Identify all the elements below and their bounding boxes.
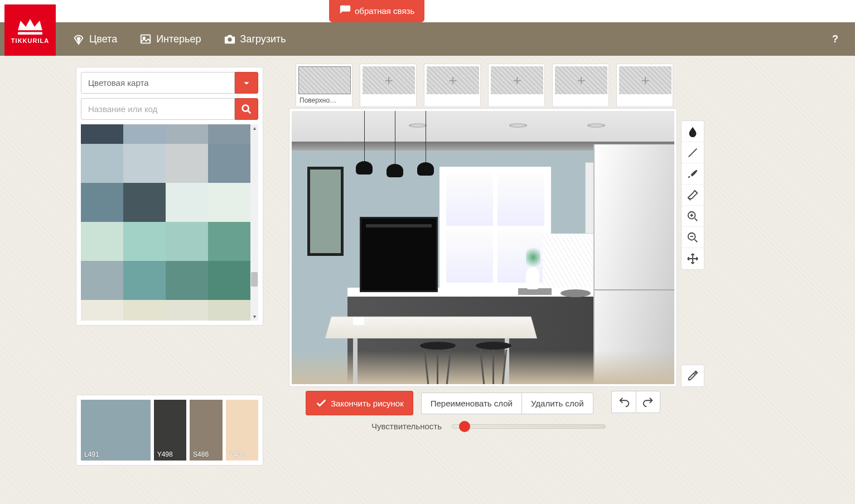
nav-interior[interactable]: Интерьер — [134, 30, 206, 49]
plus-icon: + — [619, 66, 672, 94]
plus-icon: + — [491, 66, 543, 94]
surface-slot-add-5[interactable]: + — [552, 64, 609, 107]
colormap-dropdown[interactable]: Цветовая карта — [81, 72, 235, 94]
palette-scrollbar[interactable]: ▴ ▾ — [250, 124, 258, 321]
undo-button[interactable] — [611, 391, 636, 413]
canvas-frame — [289, 108, 677, 387]
undo-redo-group — [611, 391, 660, 413]
color-swatch[interactable] — [81, 124, 123, 144]
color-swatch[interactable] — [123, 124, 166, 144]
selected-color-swatch[interactable]: Y498 — [154, 400, 186, 461]
line-tool[interactable] — [682, 142, 704, 163]
color-swatch[interactable] — [166, 222, 208, 261]
eraser-tool[interactable] — [682, 185, 704, 206]
fill-tool[interactable] — [682, 121, 704, 142]
feedback-tab[interactable]: обратная связь — [329, 0, 424, 22]
action-bar: Закончить рисунок Переименовать слой Уда… — [306, 391, 593, 415]
slider-thumb[interactable] — [459, 421, 470, 432]
color-swatch[interactable] — [208, 124, 250, 144]
selected-colors-panel: L491Y498S486Y406 — [76, 395, 263, 466]
colormap-dropdown-toggle[interactable] — [235, 72, 258, 94]
color-swatch[interactable] — [166, 261, 208, 300]
move-tool[interactable] — [682, 248, 704, 269]
nav-colors[interactable]: Цвета — [67, 30, 123, 49]
color-swatch[interactable] — [166, 183, 208, 222]
chat-icon — [339, 4, 351, 17]
paint-canvas[interactable] — [292, 111, 674, 384]
plus-icon: + — [363, 66, 415, 94]
zoom-out-tool[interactable] — [682, 227, 704, 248]
color-search-button[interactable] — [235, 98, 258, 120]
tool-panel — [681, 120, 704, 270]
zoom-out-icon — [687, 231, 699, 244]
color-swatch[interactable] — [81, 261, 123, 300]
plus-icon: + — [555, 66, 607, 94]
color-swatch[interactable] — [166, 300, 208, 321]
brush-tool[interactable] — [682, 163, 704, 185]
surface-slot-add-3[interactable]: + — [424, 64, 481, 107]
image-icon — [139, 33, 152, 45]
surface-slot-add-2[interactable]: + — [360, 64, 417, 107]
selected-color-code: S486 — [193, 450, 209, 458]
brush-icon — [687, 168, 699, 180]
nav-upload[interactable]: Загрузить — [218, 30, 292, 49]
color-swatch[interactable] — [123, 300, 166, 321]
color-swatch[interactable] — [166, 144, 208, 183]
feedback-label: обратная связь — [355, 6, 414, 16]
move-icon — [687, 253, 699, 265]
selected-color-swatch[interactable]: L491 — [81, 400, 151, 461]
crown-icon — [16, 16, 44, 37]
color-swatch[interactable] — [81, 183, 123, 222]
color-swatch[interactable] — [81, 222, 123, 261]
help-button[interactable]: ? — [832, 33, 838, 45]
scroll-thumb[interactable] — [251, 272, 258, 287]
eyedropper-panel — [681, 365, 704, 387]
color-swatch[interactable] — [123, 222, 166, 261]
surface-slot-add-6[interactable]: + — [616, 64, 673, 107]
svg-point-2 — [228, 37, 231, 41]
surface-thumb — [298, 66, 351, 94]
scroll-up-icon[interactable]: ▴ — [250, 124, 258, 132]
surfaces-row: Поверхно… + + + + + — [296, 64, 673, 107]
caret-down-icon — [240, 77, 253, 89]
surface-label: Поверхно… — [298, 94, 350, 104]
zoom-in-icon — [687, 210, 699, 222]
color-search-input[interactable] — [81, 98, 235, 120]
check-icon — [315, 397, 327, 409]
droplet-icon — [687, 125, 699, 138]
camera-icon — [224, 33, 236, 45]
sensitivity-label: Чувствительность — [371, 421, 442, 431]
delete-layer-button[interactable]: Удалить слой — [521, 392, 593, 414]
color-swatch[interactable] — [81, 144, 123, 183]
eyedropper-tool[interactable] — [682, 365, 704, 386]
svg-point-3 — [243, 105, 249, 111]
color-swatch[interactable] — [208, 144, 250, 183]
nav-colors-label: Цвета — [89, 33, 117, 45]
color-swatch[interactable] — [81, 300, 123, 321]
plus-icon: + — [427, 66, 479, 94]
line-icon — [687, 147, 699, 159]
color-swatch[interactable] — [208, 183, 250, 222]
selected-color-swatch[interactable]: S486 — [190, 400, 222, 461]
nav-interior-label: Интерьер — [156, 33, 201, 45]
sensitivity-slider[interactable] — [452, 424, 606, 429]
nav-upload-label: Загрузить — [240, 33, 286, 45]
scroll-down-icon[interactable]: ▾ — [250, 313, 258, 321]
color-swatch[interactable] — [123, 183, 166, 222]
search-icon — [240, 103, 253, 115]
color-swatch[interactable] — [166, 124, 208, 144]
color-swatch[interactable] — [208, 222, 250, 261]
redo-button[interactable] — [636, 391, 660, 413]
brand-logo[interactable]: TIKKURILA — [4, 4, 56, 56]
selected-color-swatch[interactable]: Y406 — [226, 400, 258, 461]
surface-slot-1[interactable]: Поверхно… — [296, 64, 352, 107]
color-swatch[interactable] — [208, 261, 250, 300]
color-swatch[interactable] — [208, 300, 250, 321]
redo-icon — [642, 396, 654, 408]
surface-slot-add-4[interactable]: + — [488, 64, 545, 107]
rename-layer-button[interactable]: Переименовать слой — [421, 392, 521, 414]
zoom-in-tool[interactable] — [682, 206, 704, 227]
color-swatch[interactable] — [123, 144, 166, 183]
color-swatch[interactable] — [123, 261, 166, 300]
finish-drawing-button[interactable]: Закончить рисунок — [306, 391, 413, 415]
